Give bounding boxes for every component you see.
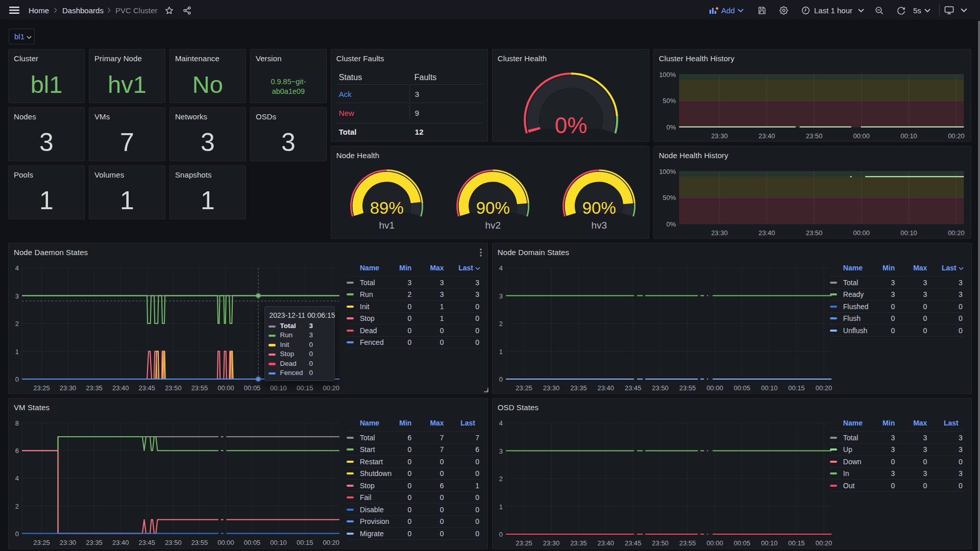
svg-text:00:00: 00:00 (706, 384, 723, 392)
svg-text:4: 4 (15, 264, 19, 272)
svg-text:23:25: 23:25 (516, 539, 532, 547)
svg-text:23:45: 23:45 (625, 539, 642, 547)
svg-text:23:30: 23:30 (711, 229, 728, 237)
svg-text:00:10: 00:10 (900, 132, 917, 140)
svg-text:00:10: 00:10 (270, 539, 287, 546)
svg-text:00:20: 00:20 (948, 132, 965, 140)
svg-text:00:05: 00:05 (733, 539, 750, 547)
svg-text:23:50: 23:50 (652, 539, 669, 547)
svg-text:00:20: 00:20 (816, 384, 832, 392)
svg-text:00:10: 00:10 (900, 229, 917, 237)
svg-text:23:55: 23:55 (191, 539, 208, 546)
svg-text:00:00: 00:00 (217, 384, 234, 392)
svg-text:00:15: 00:15 (788, 384, 805, 392)
svg-text:2: 2 (499, 475, 503, 483)
svg-text:23:55: 23:55 (679, 384, 696, 392)
svg-text:0%: 0% (666, 220, 676, 228)
svg-text:6: 6 (15, 447, 19, 455)
svg-text:23:30: 23:30 (711, 132, 728, 140)
svg-text:23:55: 23:55 (191, 384, 208, 392)
svg-text:2: 2 (499, 320, 503, 328)
svg-text:00:10: 00:10 (761, 384, 778, 392)
svg-text:4: 4 (499, 419, 503, 427)
svg-text:2: 2 (15, 320, 19, 328)
svg-text:23:55: 23:55 (679, 539, 696, 547)
svg-text:00:00: 00:00 (853, 229, 870, 237)
svg-text:23:50: 23:50 (165, 384, 182, 392)
svg-text:1: 1 (15, 348, 19, 356)
svg-text:2: 2 (15, 503, 19, 510)
svg-text:23:25: 23:25 (33, 539, 50, 546)
svg-text:23:30: 23:30 (543, 384, 560, 392)
svg-text:00:00: 00:00 (853, 132, 870, 140)
svg-text:0: 0 (499, 531, 503, 538)
svg-text:23:30: 23:30 (543, 539, 560, 547)
svg-text:100%: 100% (659, 168, 676, 176)
svg-text:3: 3 (15, 292, 19, 300)
svg-text:8: 8 (15, 419, 19, 427)
svg-text:00:20: 00:20 (948, 229, 965, 237)
svg-text:23:40: 23:40 (758, 229, 775, 237)
svg-text:23:50: 23:50 (165, 539, 182, 546)
svg-text:1: 1 (499, 348, 503, 356)
svg-text:23:35: 23:35 (86, 539, 103, 546)
svg-text:23:35: 23:35 (570, 539, 587, 547)
svg-text:23:50: 23:50 (805, 229, 822, 237)
svg-text:23:45: 23:45 (139, 539, 156, 546)
svg-text:00:15: 00:15 (297, 384, 313, 392)
svg-text:50%: 50% (663, 97, 676, 105)
svg-text:23:40: 23:40 (112, 384, 129, 392)
svg-text:4: 4 (15, 474, 19, 482)
svg-text:00:20: 00:20 (816, 539, 832, 547)
svg-text:00:05: 00:05 (244, 384, 261, 392)
svg-text:00:10: 00:10 (270, 384, 287, 392)
svg-text:00:10: 00:10 (761, 539, 778, 547)
svg-text:3: 3 (499, 447, 503, 455)
svg-text:00:20: 00:20 (323, 384, 340, 392)
svg-text:3: 3 (499, 292, 503, 300)
svg-text:1: 1 (499, 503, 503, 511)
svg-text:100%: 100% (659, 71, 676, 79)
svg-text:23:35: 23:35 (570, 384, 587, 392)
svg-text:00:20: 00:20 (323, 539, 340, 546)
svg-text:50%: 50% (663, 194, 676, 202)
svg-text:23:35: 23:35 (86, 384, 103, 392)
svg-text:23:25: 23:25 (33, 384, 50, 392)
svg-text:23:40: 23:40 (758, 132, 775, 140)
svg-text:23:40: 23:40 (597, 539, 614, 547)
svg-text:23:50: 23:50 (652, 384, 669, 392)
svg-text:00:15: 00:15 (788, 539, 805, 547)
svg-text:0: 0 (499, 375, 503, 383)
svg-text:00:05: 00:05 (244, 539, 261, 546)
svg-text:00:05: 00:05 (733, 384, 750, 392)
svg-text:00:00: 00:00 (217, 539, 234, 546)
svg-text:00:00: 00:00 (706, 539, 723, 547)
svg-text:23:50: 23:50 (805, 132, 822, 140)
svg-text:23:30: 23:30 (60, 539, 77, 546)
svg-text:23:40: 23:40 (112, 539, 129, 546)
svg-text:0: 0 (15, 375, 19, 383)
svg-text:0: 0 (15, 530, 19, 538)
svg-text:23:40: 23:40 (597, 384, 614, 392)
svg-text:23:45: 23:45 (625, 384, 642, 392)
svg-text:23:25: 23:25 (516, 384, 532, 392)
svg-text:23:45: 23:45 (139, 384, 156, 392)
svg-text:23:30: 23:30 (60, 384, 77, 392)
svg-text:4: 4 (499, 264, 503, 272)
svg-text:0%: 0% (666, 123, 676, 131)
svg-text:00:15: 00:15 (297, 539, 313, 546)
